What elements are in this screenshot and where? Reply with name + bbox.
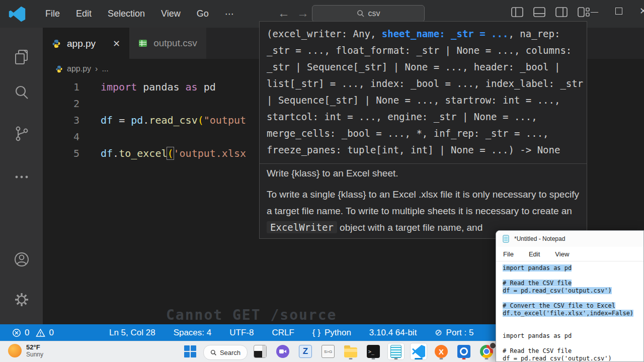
notepad-line: # Read the CSV file (503, 347, 643, 355)
line-number: 3 (43, 112, 79, 129)
notepad-menu-file[interactable]: File (503, 250, 514, 258)
statusbar-item-python[interactable]: { }Python (312, 328, 351, 338)
menu-[interactable]: ⋯ (217, 6, 242, 23)
start-button[interactable] (184, 345, 196, 357)
toggle-secondary-sidebar-icon[interactable] (555, 7, 568, 17)
command-center-search[interactable]: csv (312, 5, 425, 22)
settings-gear-icon[interactable] (12, 290, 31, 309)
notepad-text-area[interactable]: import pandas as pd # Read the CSV filed… (496, 261, 643, 362)
toggle-panel-icon[interactable] (533, 7, 545, 17)
menu-edit[interactable]: Edit (68, 6, 100, 23)
warning-icon (36, 328, 45, 337)
statusbar-item-port-5[interactable]: ⊘Port : 5 (435, 327, 473, 338)
nav-forward-icon[interactable]: → (297, 6, 309, 20)
warning-count: 0 (49, 328, 53, 338)
player-icon (457, 345, 470, 358)
problems-indicator[interactable]: 0 0 (12, 328, 54, 338)
statusbar-item-ln-5-col-28[interactable]: Ln 5, Col 28 (109, 328, 155, 338)
close-button[interactable]: ✕ (639, 6, 644, 17)
breadcrumb-more[interactable]: ... (102, 64, 108, 73)
player-app-icon[interactable] (455, 343, 472, 360)
notepad-line: # Convert the CSV file to Excel (503, 302, 643, 310)
minimize-button[interactable]: — (591, 7, 598, 16)
explorer-icon[interactable] (12, 48, 31, 67)
doc-paragraph: To write a single {klass} to an Excel .x… (267, 186, 580, 236)
notepad-menu-view[interactable]: View (555, 250, 569, 258)
chrome-app-icon[interactable] (478, 343, 495, 360)
notepad-line: import pandas as pd (503, 332, 643, 340)
loom-icon (276, 345, 289, 358)
statusbar-icon: ⊘ (435, 327, 442, 338)
toggle-sidebar-icon[interactable] (511, 7, 523, 17)
running-indicator (349, 358, 353, 359)
taskbar-search-label: Search (220, 349, 240, 356)
hover-tooltip[interactable]: (excel_writer: Any, sheet_name: _str = .… (259, 21, 587, 239)
folder-app-icon[interactable] (342, 343, 359, 360)
menu-file[interactable]: File (37, 6, 68, 23)
notepad-app-icon[interactable] (387, 343, 405, 360)
running-indicator (415, 358, 423, 359)
signature-line: merge_cells: _bool = ..., *, inf_rep: _s… (267, 125, 580, 142)
loom-app-icon[interactable] (274, 343, 291, 360)
signature-line: list[_str] = ..., index: _bool = ..., in… (267, 75, 580, 92)
notepad-line (503, 295, 643, 302)
photos-app-icon[interactable] (252, 343, 269, 360)
notepad-line (503, 272, 643, 280)
weather-condition: Sunny (26, 351, 43, 358)
screen: 1import pandas as pd23df = pd.read_csv("… (0, 0, 644, 362)
terminal-app-icon[interactable]: >_ (365, 343, 382, 360)
statusbar-item-crlf[interactable]: CRLF (272, 328, 294, 338)
weather-widget[interactable]: 52°F Sunny (8, 343, 43, 358)
menu-view[interactable]: View (153, 6, 189, 23)
tab-app-py[interactable]: app.py ✕ (43, 28, 129, 59)
stg-icon: S>G (321, 345, 335, 358)
statusbar-item-spaces-4[interactable]: Spaces: 4 (174, 328, 212, 338)
notepad-title: *Untitled - Notepad (514, 235, 565, 242)
line-number: 1 (43, 79, 79, 96)
breadcrumb-separator: › (95, 64, 98, 73)
sun-icon (8, 344, 22, 357)
signature-line: (excel_writer: Any, sheet_name: _str = .… (267, 26, 580, 42)
activity-bar (0, 28, 43, 324)
csv-file-icon (138, 39, 147, 48)
more-actions-icon[interactable] (12, 167, 31, 187)
notepad-line: # Read the CSV file (503, 280, 643, 287)
taskbar-search[interactable]: Search (203, 345, 248, 360)
signature-line: freeze_panes: tuple[int, int] | None = .… (267, 142, 580, 158)
notepad-titlebar[interactable]: *Untitled - Notepad (496, 231, 643, 247)
restore-button[interactable] (615, 8, 622, 15)
tab-label: output.csv (153, 38, 197, 49)
running-indicator (372, 358, 375, 359)
notepad-line (503, 340, 643, 347)
error-count: 0 (25, 328, 29, 338)
statusbar-icon: { } (312, 328, 320, 338)
running-indicator (440, 358, 443, 359)
nav-back-icon[interactable]: ← (278, 6, 290, 20)
signature-line: startcol: int = ..., engine: _str | None… (267, 109, 580, 125)
notepad-icon (390, 345, 401, 358)
python-file-icon (55, 65, 63, 73)
accounts-icon[interactable] (12, 250, 31, 269)
tab-close-icon[interactable]: ✕ (113, 38, 120, 49)
tab-output-csv[interactable]: output.csv (129, 28, 207, 59)
xampp-app-icon[interactable]: X (433, 343, 450, 360)
statusbar-item-utf-8[interactable]: UTF-8 (229, 328, 254, 338)
menu-go[interactable]: Go (189, 6, 217, 23)
zapp-icon: Z (299, 345, 312, 358)
breadcrumb-file[interactable]: app.py (67, 64, 91, 73)
search-icon (210, 349, 217, 356)
menu-bar: FileEditSelectionViewGo⋯ (37, 6, 242, 23)
search-icon[interactable] (12, 83, 31, 102)
source-control-icon[interactable] (12, 124, 31, 143)
notepad-window[interactable]: *Untitled - Notepad FileEditView import … (496, 230, 644, 362)
statusbar-item-3-10-4-64-bit[interactable]: 3.10.4 64-bit (369, 328, 417, 338)
tab-label: app.py (67, 38, 96, 49)
vscode-app-icon[interactable] (410, 343, 427, 360)
notepad-line (503, 325, 643, 332)
menu-selection[interactable]: Selection (100, 6, 153, 23)
doc-intro: Write {klass} to an Excel sheet. (267, 168, 580, 179)
stg-app-icon[interactable]: S>G (319, 343, 337, 360)
zapp-app-icon[interactable]: Z (297, 343, 314, 360)
signature-line: _str = ..., float_format: _str | None = … (267, 42, 580, 59)
notepad-menu-edit[interactable]: Edit (529, 250, 540, 258)
